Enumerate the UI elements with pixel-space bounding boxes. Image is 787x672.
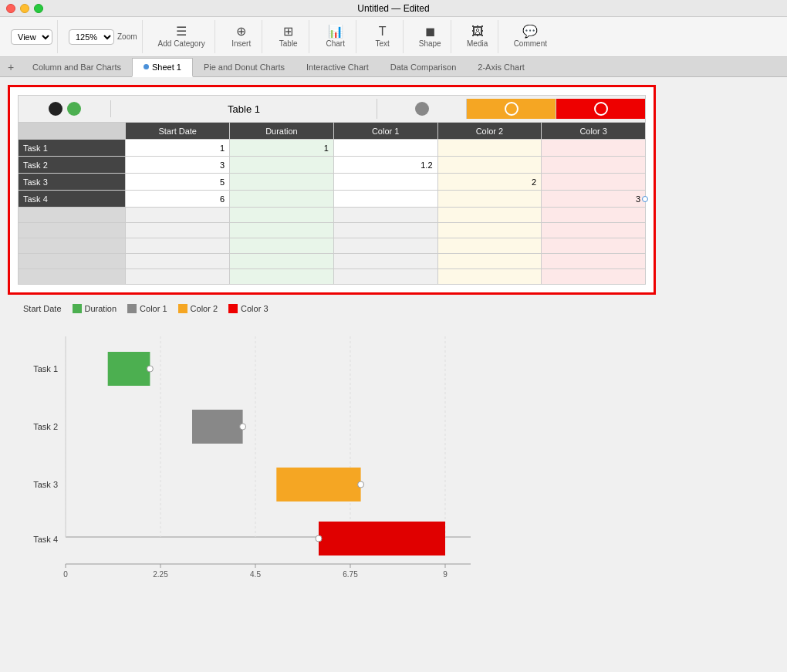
legend-color1-label: Color 1: [140, 304, 167, 313]
empty-cell[interactable]: [542, 208, 646, 223]
window-title: Untitled — Edited: [357, 3, 429, 14]
view-select[interactable]: View: [11, 29, 52, 45]
empty-cell[interactable]: [437, 223, 542, 238]
empty-cell[interactable]: [437, 208, 542, 223]
task1-color2[interactable]: [437, 140, 542, 157]
empty-label: [19, 208, 126, 223]
insert-group: ⊕ Insert: [221, 20, 262, 53]
empty-cell[interactable]: [126, 254, 230, 269]
shape-button[interactable]: ◼ Shape: [414, 23, 446, 50]
table-icon: ⊞: [283, 25, 293, 38]
table-row: [19, 269, 646, 285]
empty-cell[interactable]: [333, 208, 437, 223]
tab-interactive[interactable]: Interactive Chart: [296, 57, 380, 76]
bar-task4[interactable]: [319, 522, 445, 555]
table-button[interactable]: ⊞ Table: [273, 23, 304, 50]
task1-duration[interactable]: 1: [230, 140, 334, 157]
task3-color2[interactable]: 2: [437, 174, 542, 191]
task4-start[interactable]: 6: [126, 191, 230, 208]
zoom-select[interactable]: 125%: [69, 29, 114, 45]
empty-cell[interactable]: [230, 269, 334, 285]
tab-data-comparison[interactable]: Data Comparison: [380, 57, 468, 76]
task2-start[interactable]: 3: [126, 157, 230, 174]
titlebar: Untitled — Edited: [0, 0, 787, 17]
task2-color1[interactable]: 1.2: [333, 157, 437, 174]
tab-2axis[interactable]: 2-Axis Chart: [467, 57, 535, 76]
empty-cell[interactable]: [230, 223, 334, 238]
empty-cell[interactable]: [126, 269, 230, 285]
minimize-button[interactable]: [20, 4, 29, 13]
task3-color3[interactable]: [542, 174, 646, 191]
empty-cell[interactable]: [230, 254, 334, 269]
bar-task1[interactable]: [108, 352, 150, 386]
empty-cell[interactable]: [126, 208, 230, 223]
task3-duration[interactable]: [230, 174, 334, 191]
empty-cell[interactable]: [333, 254, 437, 269]
empty-cell[interactable]: [126, 223, 230, 238]
task3-start[interactable]: 5: [126, 174, 230, 191]
table-area: Table 1: [8, 85, 656, 295]
task4-y-label: Task 4: [33, 535, 58, 544]
empty-cell[interactable]: [230, 238, 334, 254]
empty-cell[interactable]: [542, 254, 646, 269]
x-label-0: 0: [63, 570, 68, 579]
text-button[interactable]: T Text: [367, 23, 398, 50]
empty-cell[interactable]: [437, 254, 542, 269]
task3-label: Task 3: [19, 174, 126, 191]
empty-cell[interactable]: [542, 223, 646, 238]
bar-chart: Task 1 Task 2 Task 3 Task 4 0 2.25 4.5: [23, 321, 471, 583]
empty-cell[interactable]: [333, 223, 437, 238]
task2-color2[interactable]: [437, 157, 542, 174]
empty-cell[interactable]: [230, 208, 334, 223]
task1-y-label: Task 1: [33, 364, 58, 373]
empty-cell[interactable]: [126, 238, 230, 254]
view-group: View: [6, 20, 58, 53]
insert-button[interactable]: ⊕ Insert: [226, 23, 257, 50]
add-category-button[interactable]: ☰ Add Category: [154, 23, 210, 50]
empty-cell[interactable]: [437, 269, 542, 285]
bar-task2[interactable]: [192, 410, 243, 444]
bar-task4-handle[interactable]: [316, 535, 322, 542]
empty-cell[interactable]: [333, 269, 437, 285]
bar-task2-handle[interactable]: [240, 424, 246, 430]
bar-task3[interactable]: [276, 468, 360, 501]
bar-task3-handle[interactable]: [358, 481, 364, 488]
circle-red: [594, 102, 608, 116]
empty-cell[interactable]: [542, 238, 646, 254]
task4-duration[interactable]: [230, 191, 334, 208]
task2-color3[interactable]: [542, 157, 646, 174]
bar-task1-handle[interactable]: [147, 366, 153, 372]
tab-column-bar[interactable]: Column and Bar Charts: [22, 57, 132, 76]
task2-duration[interactable]: [230, 157, 334, 174]
empty-cell[interactable]: [333, 238, 437, 254]
task4-color3[interactable]: 3: [542, 191, 646, 208]
table-title: Table 1: [111, 103, 377, 115]
chart-icon: 📊: [328, 25, 343, 38]
close-button[interactable]: [6, 4, 15, 13]
shape-icon: ◼: [425, 25, 435, 38]
empty-cell[interactable]: [542, 269, 646, 285]
main-content: Table 1: [0, 77, 787, 593]
th-color2: Color 2: [437, 123, 542, 140]
task1-color3[interactable]: [542, 140, 646, 157]
window-controls: [6, 4, 43, 13]
empty-cell[interactable]: [437, 238, 542, 254]
task4-color1[interactable]: [333, 191, 437, 208]
add-sheet-button[interactable]: +: [3, 59, 19, 75]
tab-pie-donut[interactable]: Pie and Donut Charts: [193, 57, 296, 76]
data-table: Start Date Duration Color 1 Color 2 Colo…: [18, 122, 646, 285]
zoom-group: 125% Zoom: [64, 20, 143, 53]
tab-pie-donut-label: Pie and Donut Charts: [204, 62, 285, 72]
media-button[interactable]: 🖼 Media: [462, 23, 493, 50]
task4-color2[interactable]: [437, 191, 542, 208]
chart-button[interactable]: 📊 Chart: [320, 23, 351, 50]
tab-sheet1[interactable]: Sheet 1: [132, 58, 193, 77]
task1-color1[interactable]: [333, 140, 437, 157]
task1-start[interactable]: 1: [126, 140, 230, 157]
legend-color3-label: Color 3: [241, 304, 268, 313]
maximize-button[interactable]: [34, 4, 43, 13]
task3-color1[interactable]: [333, 174, 437, 191]
th-duration: Duration: [230, 123, 334, 140]
resize-handle[interactable]: [642, 196, 648, 202]
comment-button[interactable]: 💬 Comment: [509, 23, 552, 50]
